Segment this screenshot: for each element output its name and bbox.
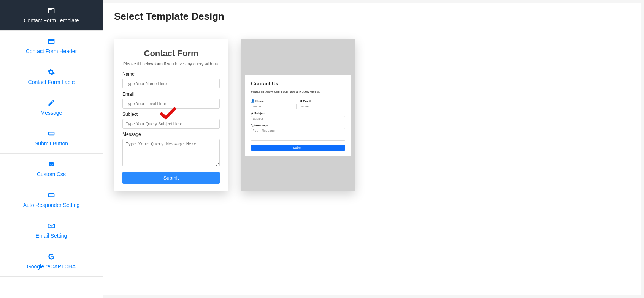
header-icon	[48, 38, 55, 45]
sidebar-item-label: Custom Css	[37, 171, 66, 177]
sidebar-item-label: Message	[41, 110, 62, 116]
google-icon	[48, 253, 55, 260]
template1-name-input	[122, 79, 220, 88]
template2-title: Contact Us	[251, 80, 345, 87]
mail-icon	[48, 222, 55, 230]
template2-message-label: 💬Message	[251, 124, 345, 127]
code-icon: <>	[48, 161, 55, 168]
user-icon: 👤	[251, 99, 255, 103]
sidebar-item-autoresponder[interactable]: Auto Responder Setting	[0, 184, 103, 215]
star-icon: ★	[251, 112, 254, 115]
svg-text:<>: <>	[50, 163, 53, 166]
page-title: Select Template Design	[114, 11, 630, 28]
template1-preview: Contact Form Please fill below form if y…	[114, 39, 228, 191]
sidebar-item-label: Contact Form Lable	[28, 79, 75, 85]
sidebar-item-message[interactable]: Message	[0, 92, 103, 123]
sidebar-item-recaptcha[interactable]: Google reCAPTCHA	[0, 246, 103, 277]
responder-icon	[48, 191, 55, 199]
template2-name-label: 👤Name	[251, 99, 297, 103]
sidebar-item-label: Submit Button	[35, 140, 68, 147]
sidebar-item-label: Email Setting	[36, 233, 67, 239]
sidebar-item-template[interactable]: Contact Form Template	[0, 0, 103, 31]
sidebar-item-label: Auto Responder Setting	[23, 202, 80, 208]
form-icon	[48, 7, 55, 14]
template1-submit-button: Submit	[122, 172, 220, 184]
template1-subject-input	[122, 119, 220, 129]
template1-email-label: Email	[122, 91, 220, 97]
template1-subtitle: Please fill below form if you have any q…	[122, 61, 220, 66]
template2-email-input	[300, 104, 345, 109]
sidebar-item-label: Google reCAPTCHA	[27, 263, 76, 270]
template1-message-input	[122, 139, 220, 166]
template-option-2[interactable]: Contact Us Please fill below form if you…	[241, 39, 355, 191]
template2-preview: Contact Us Please fill below form if you…	[245, 75, 351, 156]
template-list: Contact Form Please fill below form if y…	[114, 39, 630, 207]
template1-name-label: Name	[122, 71, 220, 77]
sidebar-item-label: Contact Form Template	[24, 17, 79, 24]
sidebar-item-label: Contact Form Header	[26, 48, 77, 54]
template1-title: Contact Form	[122, 49, 220, 58]
gear-icon	[48, 68, 55, 76]
template1-message-label: Message	[122, 132, 220, 137]
template2-subject-label: ★Subject	[251, 112, 345, 115]
sidebar-item-custom-css[interactable]: <> Custom Css	[0, 154, 103, 184]
edit-icon	[48, 99, 55, 107]
mail-icon: ✉	[300, 99, 302, 103]
chat-icon: 💬	[251, 124, 255, 127]
template2-subject-input	[251, 116, 345, 121]
template-option-1[interactable]: Contact Form Please fill below form if y…	[114, 39, 228, 191]
sidebar-item-label[interactable]: Contact Form Lable	[0, 61, 103, 92]
sidebar-item-email-setting[interactable]: Email Setting	[0, 215, 103, 246]
template1-email-input	[122, 99, 220, 109]
sidebar-item-submit-button[interactable]: Submit Button	[0, 123, 103, 154]
svg-rect-8	[49, 194, 54, 197]
sidebar-item-header[interactable]: Contact Form Header	[0, 31, 103, 61]
template1-subject-label: Subject	[122, 112, 220, 117]
sidebar: Contact Form Template Contact Form Heade…	[0, 0, 103, 298]
template2-submit-button: Submit	[251, 145, 345, 151]
template2-name-input	[251, 104, 297, 109]
svg-rect-5	[49, 132, 54, 135]
main-content: Select Template Design Contact Form Plea…	[103, 3, 641, 295]
template2-email-label: ✉Email	[300, 99, 345, 103]
svg-rect-2	[49, 11, 53, 11]
template2-subtitle: Please fill below form if you have any q…	[251, 90, 345, 93]
svg-rect-4	[49, 39, 54, 41]
template2-message-input	[251, 128, 345, 141]
button-icon	[48, 130, 55, 137]
svg-rect-1	[49, 9, 52, 10]
